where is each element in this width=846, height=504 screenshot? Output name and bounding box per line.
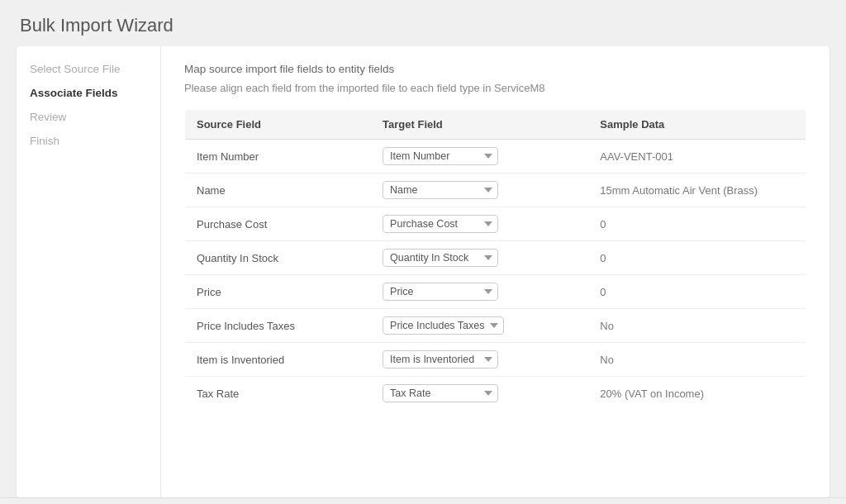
source-field-label: Quantity In Stock [185,241,372,275]
sidebar-item-associate-fields[interactable]: Associate Fields [30,87,147,99]
col-target-field: Target Field [371,110,588,140]
source-field-label: Tax Rate [185,377,372,411]
target-field-select[interactable]: Item Number [383,147,498,165]
target-field-select-cell[interactable]: Item is Inventoried [371,343,588,377]
sample-data-value: AAV-VENT-001 [588,140,806,174]
target-field-select-cell[interactable]: Tax Rate [371,377,588,411]
target-field-select-cell[interactable]: Price Includes Taxes [371,309,588,343]
table-row: Item is InventoriedItem is InventoriedNo [185,343,806,377]
sample-data-value: No [588,343,806,377]
target-field-select[interactable]: Item is Inventoried [383,350,498,368]
table-header: Source Field Target Field Sample Data [185,110,806,140]
target-field-select[interactable]: Tax Rate [383,384,498,402]
table-row: Price Includes TaxesPrice Includes Taxes… [185,309,806,343]
target-field-select-cell[interactable]: Quantity In Stock [371,241,588,275]
table-row: Tax RateTax Rate20% (VAT on Income) [185,377,806,411]
wizard-sidebar: Select Source FileAssociate FieldsReview… [17,46,161,497]
target-field-select[interactable]: Purchase Cost [383,215,498,233]
fields-mapping-table: Source Field Target Field Sample Data It… [184,109,806,411]
col-sample-data: Sample Data [588,110,806,140]
sample-data-value: 0 [588,207,806,241]
source-field-label: Price [185,275,372,309]
sidebar-item-review[interactable]: Review [30,111,147,123]
source-field-label: Item is Inventoried [185,343,372,377]
target-field-select[interactable]: Quantity In Stock [383,249,498,267]
target-field-select-cell[interactable]: Purchase Cost [371,207,588,241]
sample-data-value: 20% (VAT on Income) [588,377,806,411]
subtitle2: Please align each field from the importe… [184,82,806,94]
target-field-select-cell[interactable]: Name [371,174,588,207]
source-field-label: Price Includes Taxes [185,309,372,343]
target-field-select[interactable]: Price Includes Taxes [383,316,504,335]
table-row: NameName15mm Automatic Air Vent (Brass) [185,174,806,207]
table-body: Item NumberItem NumberAAV-VENT-001NameNa… [185,140,806,411]
sidebar-item-finish[interactable]: Finish [30,135,147,147]
target-field-select-cell[interactable]: Item Number [371,140,588,174]
col-source-field: Source Field [185,110,372,140]
source-field-label: Item Number [185,140,372,174]
page-title: Bulk Import Wizard [20,15,826,36]
table-row: Purchase CostPurchase Cost0 [185,207,806,241]
wizard-footer: Cancel Wizard Back Next [0,497,846,504]
target-field-select-cell[interactable]: Price [371,275,588,309]
source-field-label: Name [185,174,372,207]
target-field-select[interactable]: Price [383,283,498,301]
sample-data-value: No [588,309,806,343]
source-field-label: Purchase Cost [185,207,372,241]
target-field-select[interactable]: Name [383,181,498,199]
table-row: Item NumberItem NumberAAV-VENT-001 [185,140,806,174]
sidebar-item-select-source-file[interactable]: Select Source File [30,63,147,75]
sample-data-value: 15mm Automatic Air Vent (Brass) [588,174,806,207]
table-row: Quantity In StockQuantity In Stock0 [185,241,806,275]
table-row: PricePrice0 [185,275,806,309]
wizard-main-content: Map source import file fields to entity … [161,46,829,497]
sample-data-value: 0 [588,241,806,275]
subtitle1: Map source import file fields to entity … [184,63,806,75]
sample-data-value: 0 [588,275,806,309]
